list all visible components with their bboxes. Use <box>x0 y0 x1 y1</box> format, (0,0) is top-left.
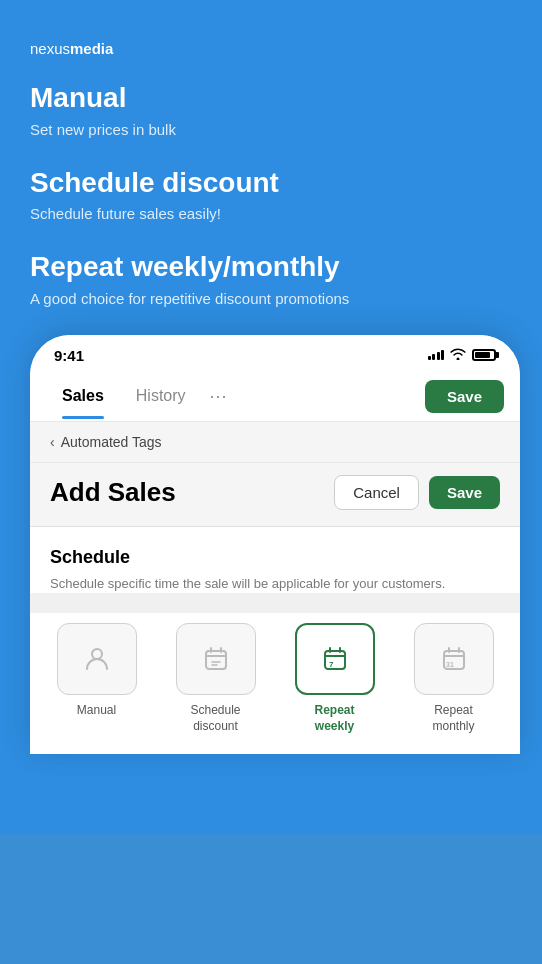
signal-icon <box>428 350 445 360</box>
hero-title-schedule: Schedule discount <box>30 166 512 200</box>
tab-history[interactable]: History <box>120 373 202 419</box>
cancel-button[interactable]: Cancel <box>334 475 419 510</box>
option-repeat-weekly[interactable]: 7 Repeatweekly <box>280 623 389 734</box>
svg-text:7: 7 <box>329 660 334 669</box>
options-row: Manual Schedulediscount <box>30 613 520 754</box>
schedule-discount-icon <box>202 645 230 673</box>
add-sales-title: Add Sales <box>50 477 176 508</box>
option-repeat-weekly-label: Repeatweekly <box>314 703 354 734</box>
hero-subtitle-manual: Set new prices in bulk <box>30 121 512 138</box>
person-icon <box>83 645 111 673</box>
hero-block-manual: Manual Set new prices in bulk <box>30 81 512 138</box>
schedule-section: Schedule Schedule specific time the sale… <box>30 527 520 594</box>
hero-section: nexusmedia Manual Set new prices in bulk… <box>0 0 542 834</box>
option-repeat-monthly-button[interactable]: 31 <box>414 623 494 695</box>
repeat-monthly-icon: 31 <box>440 645 468 673</box>
breadcrumb-label: Automated Tags <box>61 434 162 450</box>
hero-subtitle-repeat: A good choice for repetitive discount pr… <box>30 290 512 307</box>
save-button[interactable]: Save <box>429 476 500 509</box>
header-buttons: Cancel Save <box>334 475 500 510</box>
repeat-weekly-icon: 7 <box>321 645 349 673</box>
hero-title-manual: Manual <box>30 81 512 115</box>
hero-block-schedule: Schedule discount Schedule future sales … <box>30 166 512 223</box>
phone-mockup: 9:41 Sales History <box>30 335 520 755</box>
option-manual[interactable]: Manual <box>42 623 151 734</box>
status-icons <box>428 347 497 363</box>
svg-point-0 <box>92 649 102 659</box>
tab-sales[interactable]: Sales <box>46 373 120 419</box>
option-schedule-discount[interactable]: Schedulediscount <box>161 623 270 734</box>
svg-rect-2 <box>325 651 345 669</box>
breadcrumb[interactable]: ‹ Automated Tags <box>30 422 520 463</box>
breadcrumb-chevron-icon: ‹ <box>50 434 55 450</box>
schedule-description: Schedule specific time the sale will be … <box>50 574 500 594</box>
option-repeat-weekly-button[interactable]: 7 <box>295 623 375 695</box>
hero-block-repeat: Repeat weekly/monthly A good choice for … <box>30 250 512 307</box>
wifi-icon <box>450 347 466 363</box>
brand-logo: nexusmedia <box>30 40 512 57</box>
status-bar: 9:41 <box>30 335 520 372</box>
tab-more[interactable]: ··· <box>202 372 236 421</box>
svg-rect-1 <box>206 651 226 669</box>
option-manual-button[interactable] <box>57 623 137 695</box>
schedule-title: Schedule <box>50 547 500 568</box>
option-schedule-button[interactable] <box>176 623 256 695</box>
option-repeat-monthly[interactable]: 31 Repeatmonthly <box>399 623 508 734</box>
add-sales-header: Add Sales Cancel Save <box>30 463 520 527</box>
status-time: 9:41 <box>54 347 84 364</box>
hero-subtitle-schedule: Schedule future sales easily! <box>30 205 512 222</box>
svg-text:31: 31 <box>446 661 454 668</box>
nav-save-button[interactable]: Save <box>425 380 504 413</box>
option-repeat-monthly-label: Repeatmonthly <box>432 703 474 734</box>
nav-tabs: Sales History ··· Save <box>30 372 520 422</box>
option-schedule-label: Schedulediscount <box>190 703 240 734</box>
hero-title-repeat: Repeat weekly/monthly <box>30 250 512 284</box>
option-manual-label: Manual <box>77 703 116 719</box>
battery-icon <box>472 349 496 361</box>
